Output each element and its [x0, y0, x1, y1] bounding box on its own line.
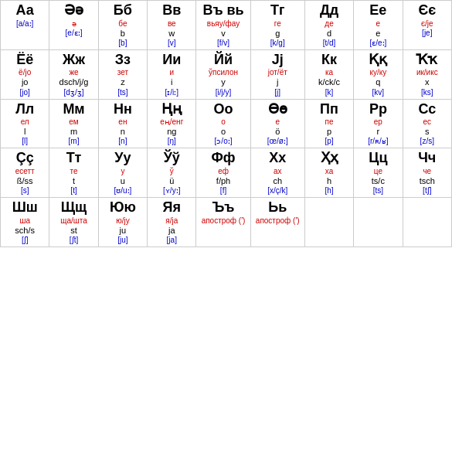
alphabet-cell: Уу у u [ʊ/uː] [98, 148, 147, 198]
letter-latin: sch/s [15, 226, 35, 236]
alphabet-cell: Щщ ща/шта st [ʃt] [49, 198, 98, 247]
alphabet-cell: Ҳҳ ха h [h] [304, 148, 353, 198]
letter-name: ə [72, 19, 76, 29]
letter-name: ўпсилон [209, 68, 238, 77]
letter-main: Щщ [61, 199, 87, 216]
letter-name: я/ja [165, 216, 178, 226]
letter-latin: ng [167, 127, 176, 137]
alphabet-cell: Ңң ең/енг ng [ŋ] [148, 99, 196, 148]
letter-ipa: [ʃ] [22, 236, 29, 245]
letter-main: Çç [16, 150, 34, 167]
letter-ipa: [jo] [20, 88, 30, 97]
letter-name: ха [325, 167, 333, 176]
letter-ipa: [r/ʀ/ʁ] [368, 137, 388, 146]
letter-main: Ъъ [212, 199, 235, 216]
letter-main: Въ вь [202, 2, 243, 19]
letter-latin: g [275, 29, 280, 39]
letter-name: есетт [15, 167, 35, 176]
alphabet-cell: Зз зет z [ts] [98, 49, 147, 99]
letter-main: Жж [63, 52, 85, 69]
letter-ipa: [f/v] [217, 39, 229, 48]
letter-name: ё/jo [19, 68, 31, 77]
letter-ipa: [ts] [373, 186, 383, 196]
letter-ipa: [m] [69, 137, 80, 146]
letter-ipa: [ɛ/eː] [369, 39, 386, 48]
alphabet-cell: Ҡҡ ик/икс x [ks] [403, 49, 451, 99]
letter-name: ем [69, 117, 78, 127]
letter-main: Ии [162, 52, 181, 69]
alphabet-cell: Кк ка k/ck/c [k] [304, 49, 353, 99]
alphabet-cell: Нн ен n [n] [98, 99, 147, 148]
letter-name: ес [423, 117, 432, 127]
letter-name: ка [325, 68, 333, 77]
letter-name: и [169, 68, 174, 77]
letter-latin: q [376, 77, 380, 87]
letter-ipa: [ɪ/iː] [165, 88, 178, 97]
letter-main: Фф [211, 150, 235, 167]
letter-ipa: [ks] [421, 88, 433, 97]
letter-name: ен [118, 117, 127, 127]
letter-latin: j [277, 77, 278, 87]
letter-main: Дд [320, 2, 338, 19]
letter-ipa: [p] [325, 137, 333, 146]
alphabet-cell: Дд де d [t/d] [304, 1, 353, 50]
letter-main: Йй [214, 52, 233, 69]
alphabet-cell [304, 198, 353, 247]
letter-name: пе [325, 117, 334, 127]
letter-main: Өө [268, 101, 287, 118]
letter-main: Чч [418, 150, 436, 167]
letter-ipa: [i/j/y] [216, 88, 232, 97]
letter-main: Сс [418, 101, 436, 118]
letter-name: е [275, 117, 280, 127]
letter-name: jот/ёт [268, 68, 287, 77]
letter-main: Ҳҳ [321, 150, 338, 167]
letter-ipa: [dʒ/ʒ] [64, 88, 84, 97]
letter-main: Кк [321, 52, 337, 69]
letter-name: ер [374, 117, 382, 127]
alphabet-cell: Оо о o [ɔ/oː] [196, 99, 250, 148]
letter-main: Тт [66, 150, 82, 167]
letter-latin: f/ph [216, 176, 230, 186]
letter-latin: p [327, 127, 331, 137]
letter-latin: ß/ss [17, 176, 33, 186]
letter-ipa: [œ/øː] [267, 137, 288, 146]
alphabet-cell: Әә ə [e/ɛː] [49, 1, 98, 50]
letter-name: ку/ку [370, 68, 387, 77]
letter-ipa: [e/ɛː] [66, 29, 83, 38]
letter-ipa: [j] [274, 88, 280, 97]
letter-main: Оо [214, 101, 233, 118]
alphabet-table: Аа [a/aː] Әә ə [e/ɛː] Бб бе b [b] [0, 0, 452, 247]
letter-main: Нн [114, 101, 132, 118]
alphabet-cell [403, 198, 451, 247]
letter-name: ге [274, 19, 281, 29]
alphabet-cell: Өө е ö [œ/øː] [250, 99, 304, 148]
letter-latin: b [121, 29, 125, 39]
letter-name: те [70, 167, 78, 176]
letter-latin: ch [273, 176, 282, 186]
letter-name: бе [118, 19, 127, 29]
letter-main: Ее [369, 2, 386, 19]
letter-latin: jo [22, 77, 29, 87]
alphabet-cell: Цц це ts/c [ts] [354, 148, 403, 198]
alphabet-cell: Рр ер r [r/ʀ/ʁ] [354, 99, 403, 148]
letter-latin: i [171, 77, 172, 87]
letter-main: Аа [16, 2, 34, 19]
letter-latin: n [121, 127, 125, 137]
letter-ipa: [f] [220, 186, 226, 196]
letter-ipa: [ja] [167, 236, 177, 245]
alphabet-cell: Ьь апостроф (') [250, 198, 304, 247]
letter-ipa: [je] [422, 29, 432, 38]
letter-latin: l [24, 127, 25, 137]
letter-main: Зз [115, 52, 131, 69]
letter-latin: ju [120, 226, 127, 236]
letter-main: Лл [15, 101, 34, 118]
letter-ipa: [ʏ/yː] [163, 186, 180, 196]
letter-ipa: [ʊ/uː] [114, 186, 131, 196]
letter-ipa: [h] [325, 186, 333, 196]
letter-name: ща/шта [60, 216, 87, 226]
alphabet-cell: Тт те t [t] [49, 148, 98, 198]
alphabet-cell: Въ вь вьяу/фау v [f/v] [196, 1, 250, 50]
letter-ipa: [t] [70, 186, 76, 196]
letter-ipa: [k/g] [270, 39, 285, 48]
alphabet-cell [354, 198, 403, 247]
